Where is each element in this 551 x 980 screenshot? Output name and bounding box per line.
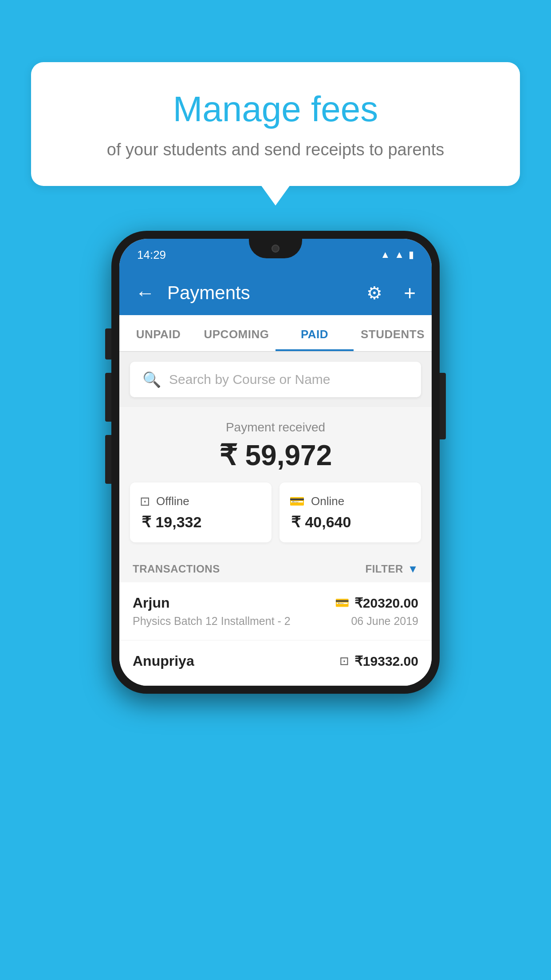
transaction-date: 06 June 2019: [351, 615, 418, 628]
search-icon: 🔍: [142, 371, 161, 388]
camera-notch: [272, 245, 279, 253]
search-bar[interactable]: 🔍 Search by Course or Name: [130, 362, 421, 397]
online-label: Online: [311, 494, 344, 508]
transactions-header: TRANSACTIONS FILTER ▼: [119, 553, 432, 582]
transaction-top-row: Arjun 💳 ₹20320.00: [133, 595, 418, 611]
transaction-top-row: Anupriya ⊡ ₹19332.00: [133, 653, 418, 669]
add-icon[interactable]: +: [404, 281, 416, 305]
online-card: 💳 Online ₹ 40,640: [279, 482, 421, 542]
offline-label: Offline: [156, 494, 189, 508]
transaction-amount-wrap: 💳 ₹20320.00: [335, 595, 418, 611]
status-bar: 14:29 ▲ ▲ ▮: [119, 239, 432, 271]
tabs-bar: UNPAID UPCOMING PAID STUDENTS: [119, 315, 432, 352]
back-button[interactable]: ←: [135, 282, 155, 304]
search-input[interactable]: Search by Course or Name: [169, 372, 331, 387]
transaction-bottom-row: Physics Batch 12 Installment - 2 06 June…: [133, 615, 418, 628]
transaction-amount-wrap: ⊡ ₹19332.00: [339, 653, 418, 669]
online-amount: ₹ 40,640: [289, 513, 351, 531]
app-header: ← Payments ⚙ +: [119, 271, 432, 315]
transaction-amount: ₹20320.00: [354, 595, 418, 611]
online-card-header: 💳 Online: [289, 494, 344, 509]
phone-screen: 14:29 ▲ ▲ ▮ ← Payments ⚙ + UNPAID: [119, 239, 432, 686]
phone-outer-frame: 14:29 ▲ ▲ ▮ ← Payments ⚙ + UNPAID: [111, 231, 440, 694]
payment-cards: ⊡ Offline ₹ 19,332 💳 Online ₹ 40,640: [130, 482, 421, 542]
status-icons: ▲ ▲ ▮: [380, 249, 414, 261]
payment-type-icon: 💳: [335, 596, 349, 610]
settings-icon[interactable]: ⚙: [366, 283, 382, 303]
side-button-volume-up: [105, 328, 111, 360]
offline-card: ⊡ Offline ₹ 19,332: [130, 482, 272, 542]
table-row[interactable]: Arjun 💳 ₹20320.00 Physics Batch 12 Insta…: [119, 582, 432, 640]
bubble-subtitle: of your students and send receipts to pa…: [67, 140, 484, 159]
transactions-label: TRANSACTIONS: [133, 563, 220, 575]
phone-device: 14:29 ▲ ▲ ▮ ← Payments ⚙ + UNPAID: [111, 231, 440, 694]
offline-icon: ⊡: [140, 494, 150, 509]
side-button-power: [440, 373, 446, 439]
signal-icon: ▲: [394, 249, 404, 261]
status-time: 14:29: [137, 248, 166, 262]
transaction-amount: ₹19332.00: [354, 653, 418, 669]
filter-button[interactable]: FILTER ▼: [366, 563, 418, 575]
table-row[interactable]: Anupriya ⊡ ₹19332.00: [119, 640, 432, 686]
transaction-detail: Physics Batch 12 Installment - 2: [133, 615, 291, 628]
side-button-silent: [105, 435, 111, 484]
online-icon: 💳: [289, 494, 305, 509]
tab-unpaid[interactable]: UNPAID: [119, 315, 197, 351]
payment-received-label: Payment received: [130, 420, 421, 435]
transaction-name: Anupriya: [133, 653, 194, 669]
filter-icon: ▼: [408, 563, 418, 575]
side-button-volume-down: [105, 373, 111, 422]
payment-type-icon: ⊡: [339, 654, 349, 668]
page-title: Payments: [167, 282, 354, 304]
speech-bubble: Manage fees of your students and send re…: [31, 62, 520, 186]
wifi-icon: ▲: [380, 249, 390, 261]
payment-summary: Payment received ₹ 59,972 ⊡ Offline ₹ 19…: [119, 407, 432, 553]
transaction-name: Arjun: [133, 595, 170, 611]
tab-paid[interactable]: PAID: [276, 315, 354, 351]
payment-amount: ₹ 59,972: [130, 439, 421, 472]
battery-icon: ▮: [409, 249, 414, 261]
filter-label: FILTER: [366, 563, 403, 575]
bubble-title: Manage fees: [67, 89, 484, 130]
speech-bubble-section: Manage fees of your students and send re…: [31, 62, 520, 186]
tab-students[interactable]: STUDENTS: [354, 315, 432, 351]
offline-amount: ₹ 19,332: [140, 513, 201, 531]
tab-upcoming[interactable]: UPCOMING: [197, 315, 276, 351]
offline-card-header: ⊡ Offline: [140, 494, 189, 509]
notch: [249, 239, 302, 258]
